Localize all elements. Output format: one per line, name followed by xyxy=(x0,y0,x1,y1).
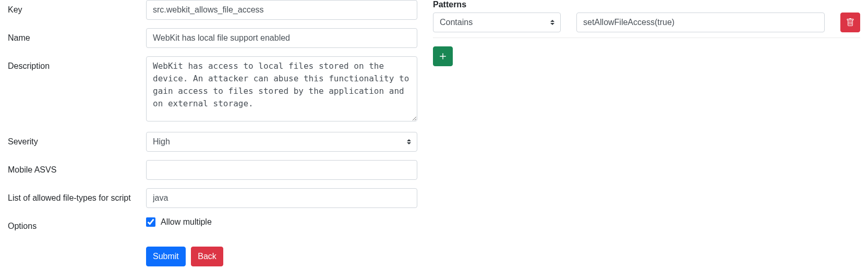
row-severity: Severity High xyxy=(8,132,417,152)
submit-button[interactable]: Submit xyxy=(146,247,186,266)
back-button[interactable]: Back xyxy=(191,247,223,266)
mobile-asvs-input[interactable] xyxy=(146,160,417,180)
row-key: Key xyxy=(8,0,417,20)
row-buttons: Submit Back xyxy=(8,247,417,266)
pattern-type-select[interactable]: Contains xyxy=(433,13,561,32)
description-textarea[interactable] xyxy=(146,56,417,121)
row-options: Options Allow multiple xyxy=(8,216,417,231)
label-file-types: List of allowed file-types for script xyxy=(8,188,146,203)
label-mobile-asvs: Mobile ASVS xyxy=(8,160,146,175)
name-input[interactable] xyxy=(146,28,417,48)
row-description: Description xyxy=(8,56,417,124)
label-description: Description xyxy=(8,56,146,71)
row-file-types: List of allowed file-types for script xyxy=(8,188,417,208)
allow-multiple-label: Allow multiple xyxy=(161,217,212,227)
patterns-panel: Patterns Contains xyxy=(433,0,868,266)
pattern-row: Contains xyxy=(433,13,860,32)
pattern-value-input[interactable] xyxy=(576,13,825,32)
patterns-header: Patterns xyxy=(433,0,860,9)
label-severity: Severity xyxy=(8,132,146,146)
key-input[interactable] xyxy=(146,0,417,20)
row-name: Name xyxy=(8,28,417,48)
form-panel: Key Name Description Severity High xyxy=(0,0,417,266)
row-mobile-asvs: Mobile ASVS xyxy=(8,160,417,180)
file-types-input[interactable] xyxy=(146,188,417,208)
label-key: Key xyxy=(8,0,146,15)
plus-icon xyxy=(439,52,447,60)
label-options: Options xyxy=(8,216,146,231)
allow-multiple-checkbox[interactable] xyxy=(146,217,155,227)
add-pattern-row xyxy=(433,38,860,66)
delete-pattern-button[interactable] xyxy=(840,13,860,32)
trash-icon xyxy=(846,18,854,27)
add-pattern-button[interactable] xyxy=(433,46,453,66)
severity-select[interactable]: High xyxy=(146,132,417,152)
label-name: Name xyxy=(8,28,146,43)
